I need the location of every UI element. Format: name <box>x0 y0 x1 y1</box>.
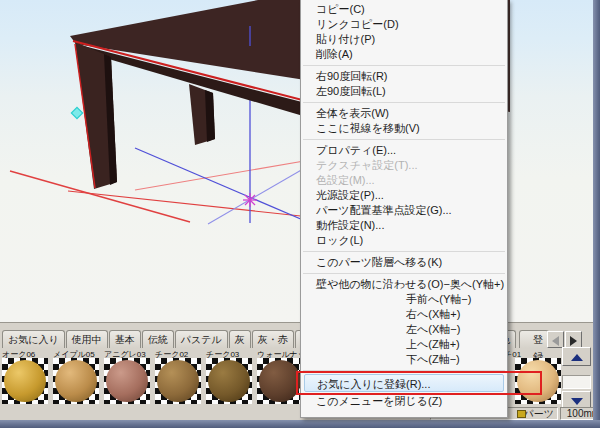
palette-tab[interactable]: パステル <box>175 330 228 348</box>
material-sphere <box>208 360 250 402</box>
material-sphere <box>517 360 559 402</box>
floor-line-red-2 <box>68 191 310 217</box>
window-border-right <box>593 0 600 428</box>
menu-separator <box>303 370 505 371</box>
palette-tab[interactable]: 使用中 <box>66 330 108 348</box>
menu-item[interactable]: 全体を表示(W) <box>301 106 507 121</box>
palette-tab[interactable]: 基本 <box>109 330 141 348</box>
menu-item[interactable]: 左90度回転(L) <box>301 84 507 99</box>
material-swatch[interactable] <box>206 358 252 404</box>
arrow-down-icon <box>571 398 583 405</box>
palette-tab[interactable]: 伝統 <box>142 330 174 348</box>
menu-item[interactable]: 貼り付け(P) <box>301 32 507 47</box>
material-swatch[interactable] <box>2 358 48 404</box>
material-swatch[interactable] <box>104 358 150 404</box>
arrow-up-icon <box>571 354 583 361</box>
menu-item[interactable]: 上へ(Z軸+) <box>301 337 507 352</box>
material-sphere <box>55 360 97 402</box>
menu-separator <box>303 139 505 140</box>
context-menu: コピー(C)リンクコピー(D)貼り付け(P)削除(A)右90度回転(R)左90度… <box>300 0 508 418</box>
menu-item[interactable]: 光源設定(P)... <box>301 188 507 203</box>
material-swatch[interactable] <box>53 358 99 404</box>
menu-item[interactable]: パーツ配置基準点設定(G)... <box>301 203 507 218</box>
status-scale-label: 100mm <box>567 408 593 419</box>
palette-tab[interactable]: 灰・赤 <box>252 330 294 348</box>
menu-separator <box>303 273 505 274</box>
material-swatch[interactable] <box>515 358 561 404</box>
app-window: お気に入り使用中基本伝統パステル灰灰・赤灰・黄灰・ 色登録 オーク06メイプル0… <box>0 0 600 428</box>
menu-item[interactable]: 削除(A) <box>301 47 507 62</box>
menu-item[interactable]: プロパティ(E)... <box>301 143 507 158</box>
menu-item[interactable]: 右90度回転(R) <box>301 69 507 84</box>
menu-item: テクスチャ設定(T)... <box>301 158 507 173</box>
menu-item[interactable]: リンクコピー(D) <box>301 17 507 32</box>
palette-tab[interactable]: お気に入り <box>2 330 65 348</box>
menu-item[interactable]: 下へ(Z軸−) <box>301 352 507 367</box>
menu-item[interactable]: 右へ(X軸+) <box>301 307 507 322</box>
menu-separator <box>303 65 505 66</box>
menu-item-add-to-favorites[interactable]: お気に入りに登録(R)... <box>304 374 504 392</box>
material-sphere <box>259 360 301 402</box>
menu-item[interactable]: コピー(C) <box>301 2 507 17</box>
material-sphere <box>106 360 148 402</box>
material-sphere <box>157 360 199 402</box>
arrow-left-icon <box>552 336 559 346</box>
palette-tab[interactable]: 登録 <box>519 330 549 348</box>
palette-tab[interactable]: 灰 <box>229 330 251 348</box>
palette-scroll-up-button[interactable] <box>562 347 591 366</box>
menu-item[interactable]: 手前へ(Y軸−) <box>301 292 507 307</box>
handle-marker-cyan[interactable] <box>71 107 82 118</box>
tab-scroll-left-button[interactable] <box>547 331 564 348</box>
menu-item[interactable]: 左へ(X軸−) <box>301 322 507 337</box>
menu-item[interactable]: このメニューを閉じる(Z) <box>301 394 507 409</box>
menu-item: 色設定(M)... <box>301 173 507 188</box>
menu-item[interactable]: 壁や他の物に沿わせる(O)−奥へ(Y軸+) <box>301 277 507 292</box>
menu-item[interactable]: 動作設定(N)... <box>301 218 507 233</box>
parts-icon <box>517 410 526 418</box>
material-swatch[interactable] <box>155 358 201 404</box>
material-swatch[interactable] <box>257 358 303 404</box>
arrow-right-icon <box>570 336 577 346</box>
palette-scroll-box[interactable] <box>562 375 591 389</box>
snap-marker-magenta <box>243 193 257 207</box>
menu-item[interactable]: ここに視線を移動(V) <box>301 121 507 136</box>
status-scale-cell: 100mm <box>560 407 593 420</box>
menu-item[interactable]: ロック(L) <box>301 233 507 248</box>
menu-separator <box>303 102 505 103</box>
menu-separator <box>303 251 505 252</box>
window-border-bottom <box>0 420 600 428</box>
material-sphere <box>4 360 46 402</box>
tab-scroll-right-button[interactable] <box>565 331 582 348</box>
status-parts-label: パーツ <box>524 408 554 419</box>
menu-item[interactable]: このパーツ階層へ移る(K) <box>301 255 507 270</box>
